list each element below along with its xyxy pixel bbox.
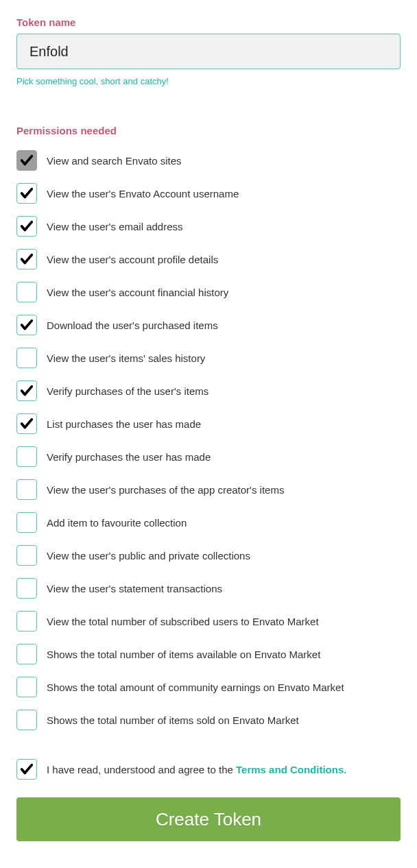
token-name-label: Token name [16, 16, 401, 28]
permission-label: View the user's account profile details [47, 254, 218, 265]
permission-label: View the user's purchases of the app cre… [47, 484, 284, 496]
token-name-helper: Pick something cool, short and catchy! [16, 76, 401, 86]
permission-label: Download the user's purchased items [47, 320, 218, 331]
permission-row: View the user's purchases of the app cre… [16, 479, 401, 500]
permission-label: Verify purchases the user has made [47, 451, 211, 463]
permission-label: View the total number of subscribed user… [47, 616, 319, 627]
permission-label: Shows the total number of items sold on … [47, 714, 299, 726]
permission-row: Shows the total amount of community earn… [16, 677, 401, 697]
terms-text: I have read, understood and agree to the… [47, 764, 346, 775]
permission-row: View the user's items' sales history [16, 348, 401, 368]
permission-row: Verify purchases of the user's items [16, 381, 401, 401]
permission-label: View the user's account financial histor… [47, 287, 228, 298]
terms-row: I have read, understood and agree to the… [16, 759, 401, 780]
permission-row: View the user's account profile details [16, 249, 401, 269]
permission-label: View and search Envato sites [47, 155, 182, 167]
permission-label: View the user's email address [47, 221, 183, 232]
permission-row: List purchases the user has made [16, 413, 401, 434]
permission-row: View the user's email address [16, 216, 401, 237]
permission-label: Shows the total number of items availabl… [47, 649, 320, 660]
permission-row: Download the user's purchased items [16, 315, 401, 335]
create-token-button[interactable]: Create Token [16, 797, 401, 841]
permission-row: Add item to favourite collection [16, 512, 401, 533]
permission-label: View the user's Envato Account username [47, 188, 239, 200]
token-name-input[interactable] [16, 34, 401, 69]
permissions-list: View and search Envato sitesView the use… [16, 150, 401, 730]
permission-row: View the user's Envato Account username [16, 183, 401, 204]
permission-row: Shows the total number of items sold on … [16, 710, 401, 730]
permission-row: Shows the total number of items availabl… [16, 644, 401, 664]
permission-label: View the user's statement transactions [47, 583, 222, 594]
permission-label: View the user's public and private colle… [47, 550, 250, 562]
permission-row: Verify purchases the user has made [16, 446, 401, 467]
permission-row: View the user's public and private colle… [16, 545, 401, 566]
permission-label: Verify purchases of the user's items [47, 385, 208, 397]
permission-row: View the user's account financial histor… [16, 282, 401, 302]
terms-prefix: I have read, understood and agree to the [47, 764, 236, 775]
permission-row: View the user's statement transactions [16, 578, 401, 599]
permission-row: View the total number of subscribed user… [16, 611, 401, 631]
permission-label: Shows the total amount of community earn… [47, 682, 344, 693]
permissions-label: Permissions needed [16, 125, 401, 136]
terms-link[interactable]: Terms and Conditions [236, 764, 344, 775]
permission-label: View the user's items' sales history [47, 352, 205, 364]
terms-suffix: . [344, 764, 346, 775]
permission-label: Add item to favourite collection [47, 517, 187, 529]
permission-row: View and search Envato sites [16, 150, 401, 171]
permission-label: List purchases the user has made [47, 418, 201, 430]
